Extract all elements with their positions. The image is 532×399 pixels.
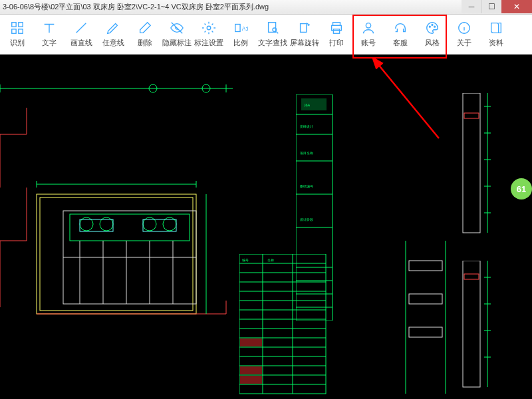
tool-label: 客服: [393, 38, 408, 48]
text-search-button[interactable]: 文字查找: [257, 16, 289, 53]
maximize-button[interactable]: ☐: [481, 0, 501, 13]
svg-point-16: [434, 26, 436, 27]
print-icon: [329, 21, 344, 35]
tool-label: 隐藏标注: [162, 38, 192, 48]
book-icon: [489, 21, 503, 35]
schedule-table: 编号 名称: [239, 254, 332, 399]
svg-rect-79: [240, 376, 262, 384]
docs-button[interactable]: 资料: [480, 16, 512, 53]
search-doc-icon: [265, 21, 280, 35]
svg-rect-0: [12, 23, 16, 27]
tool-label: 文字: [42, 38, 57, 48]
svg-text:设计阶段: 设计阶段: [300, 217, 313, 221]
axis-top: [0, 82, 233, 94]
info-icon: [457, 21, 471, 35]
rotate-button[interactable]: 屏幕旋转: [289, 16, 321, 53]
svg-rect-12: [333, 29, 339, 33]
svg-point-13: [366, 23, 370, 28]
svg-rect-100: [409, 294, 442, 304]
palette-icon: [425, 21, 440, 35]
svg-text:项目名称: 项目名称: [300, 151, 313, 155]
minimize-button[interactable]: ─: [462, 0, 481, 13]
file-path: 3-06-06\8号楼\02平立面\03 双床房 卧室2\VC-2-1~4 VC…: [3, 2, 269, 12]
tool-label: 比例: [233, 38, 248, 48]
tool-label: 标注设置: [194, 38, 223, 48]
delete-button[interactable]: 删除: [129, 16, 161, 53]
svg-rect-33: [80, 219, 113, 231]
tool-label: 画直线: [70, 38, 92, 48]
svg-rect-10: [333, 23, 340, 26]
svg-rect-28: [70, 214, 190, 241]
svg-text:姜峰设计: 姜峰设计: [300, 124, 313, 128]
elevation-right-1: [458, 93, 511, 239]
text-icon: [42, 21, 57, 35]
tool-label: 打印: [329, 38, 344, 48]
svg-rect-2: [12, 29, 16, 33]
gear-icon: [201, 21, 216, 35]
svg-rect-1: [19, 23, 23, 27]
grid-icon: [10, 21, 25, 35]
hide-annot-button[interactable]: 隐藏标注: [161, 16, 193, 53]
svg-text:A:B: A:B: [242, 26, 248, 32]
svg-text:编号: 编号: [242, 258, 249, 262]
text-button[interactable]: 文字: [33, 16, 65, 53]
line-button[interactable]: 画直线: [65, 16, 97, 53]
svg-rect-9: [301, 24, 307, 33]
pen-icon: [106, 21, 120, 35]
tool-label: 任意线: [102, 38, 124, 48]
titlebar: 3-06-06\8号楼\02平立面\03 双床房 卧室2\VC-2-1~4 VC…: [0, 0, 532, 15]
close-button[interactable]: ✕: [501, 0, 532, 13]
toolbar: 识别文字画直线任意线删除隐藏标注标注设置A:B比例文字查找屏幕旋转打印账号客服风…: [0, 15, 532, 55]
svg-rect-77: [240, 338, 262, 346]
svg-rect-34: [143, 219, 176, 231]
svg-rect-101: [409, 327, 442, 337]
tool-label: 账号: [361, 38, 376, 48]
svg-point-15: [432, 25, 433, 26]
svg-text:图纸编号: 图纸编号: [300, 184, 313, 188]
tool-label: 资料: [489, 38, 503, 48]
window-controls: ─ ☐ ✕: [462, 0, 532, 13]
user-icon: [361, 21, 376, 35]
svg-rect-82: [463, 93, 480, 233]
svg-rect-99: [409, 261, 442, 271]
svg-rect-3: [19, 29, 23, 33]
support-button[interactable]: 客服: [384, 16, 416, 53]
svg-text:名称: 名称: [267, 258, 274, 262]
about-button[interactable]: 关于: [448, 16, 480, 53]
tool-label: 识别: [10, 38, 25, 48]
tool-label: 关于: [457, 38, 471, 48]
section-detail: [399, 241, 459, 399]
cad-viewport[interactable]: J&A 姜峰设计 项目名称 图纸编号 设计阶段 编号: [0, 55, 532, 399]
svg-point-14: [429, 26, 430, 27]
svg-rect-7: [269, 23, 276, 33]
rotate-icon: [297, 21, 312, 35]
tool-label: 屏幕旋转: [290, 38, 319, 48]
tool-label: 文字查找: [258, 38, 287, 48]
svg-point-4: [207, 26, 211, 30]
annot-settings-button[interactable]: 标注设置: [193, 16, 225, 53]
svg-rect-89: [464, 113, 479, 118]
eye-off-icon: [170, 21, 184, 35]
svg-rect-24: [37, 194, 196, 314]
tool-label: 风格: [425, 38, 440, 48]
line-icon: [74, 21, 88, 35]
svg-rect-96: [464, 274, 479, 279]
svg-rect-5: [235, 25, 240, 32]
account-button[interactable]: 账号: [352, 16, 384, 53]
svg-text:J&A: J&A: [304, 103, 311, 107]
tool-label: 删除: [138, 38, 152, 48]
ratio-button[interactable]: A:B比例: [225, 16, 257, 53]
recognize-button[interactable]: 识别: [1, 16, 33, 53]
svg-rect-78: [240, 366, 262, 374]
eraser-icon: [138, 21, 152, 35]
elevation-right-2: [458, 261, 511, 394]
print-button[interactable]: 打印: [321, 16, 352, 53]
floor-plan: [0, 108, 239, 321]
freeline-button[interactable]: 任意线: [97, 16, 129, 53]
notification-badge[interactable]: 61: [511, 178, 532, 200]
style-button[interactable]: 风格: [416, 16, 448, 53]
ratio-icon: A:B: [233, 21, 248, 35]
headset-icon: [393, 21, 408, 35]
